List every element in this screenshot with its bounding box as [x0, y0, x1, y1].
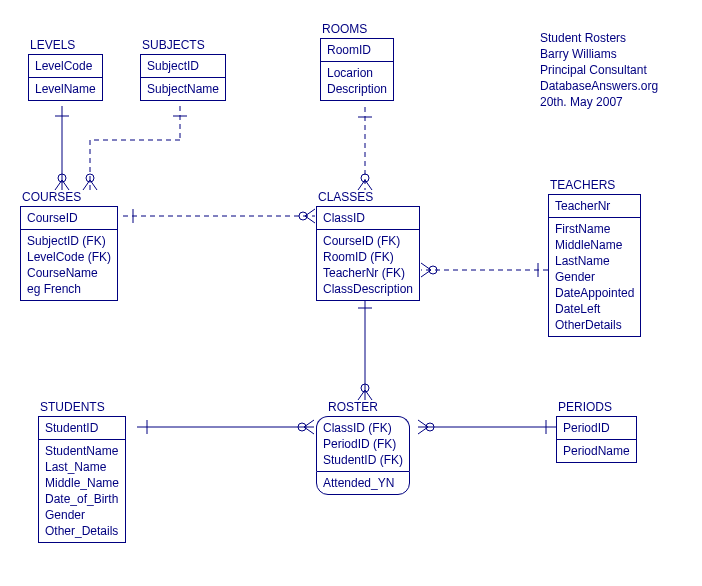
info-title: Student Rosters [540, 30, 658, 46]
roster-pk1: ClassID (FK) [323, 420, 403, 436]
svg-line-29 [304, 427, 314, 434]
svg-line-33 [418, 427, 428, 434]
entity-rooms-title: ROOMS [322, 22, 367, 36]
rooms-attr1: Locarion [327, 65, 387, 81]
svg-line-9 [90, 180, 97, 190]
svg-line-2 [55, 180, 62, 190]
teachers-a7: OtherDetails [555, 317, 634, 333]
rooms-attr2: Description [327, 81, 387, 97]
teachers-a4: Gender [555, 269, 634, 285]
classes-a4: ClassDescription [323, 281, 413, 297]
entity-classes-title: CLASSES [318, 190, 373, 204]
rooms-pk: RoomID [327, 42, 387, 58]
students-pk: StudentID [45, 420, 119, 436]
levels-pk: LevelCode [35, 58, 96, 74]
students-a1: StudentName [45, 443, 119, 459]
entity-levels-title: LEVELS [30, 38, 75, 52]
entity-roster: ClassID (FK) PeriodID (FK) StudentID (FK… [316, 416, 410, 495]
students-a3: Middle_Name [45, 475, 119, 491]
classes-a1: CourseID (FK) [323, 233, 413, 249]
er-diagram: Student Rosters Barry Williams Principal… [0, 0, 702, 586]
levels-attr: LevelName [35, 81, 96, 97]
periods-a1: PeriodName [563, 443, 630, 459]
students-a2: Last_Name [45, 459, 119, 475]
svg-line-17 [305, 216, 315, 223]
subjects-attr: SubjectName [147, 81, 219, 97]
students-a6: Other_Details [45, 523, 119, 539]
entity-levels: LevelCode LevelName [28, 54, 103, 101]
svg-line-13 [365, 180, 372, 190]
courses-pk: CourseID [27, 210, 111, 226]
courses-a1: SubjectID (FK) [27, 233, 111, 249]
entity-subjects: SubjectID SubjectName [140, 54, 226, 101]
teachers-a1: FirstName [555, 221, 634, 237]
courses-a3: CourseName [27, 265, 111, 281]
roster-a1: Attended_YN [323, 475, 403, 491]
entity-courses: CourseID SubjectID (FK) LevelCode (FK) C… [20, 206, 118, 301]
entity-students-title: STUDENTS [40, 400, 105, 414]
svg-line-32 [418, 420, 428, 427]
entity-students: StudentID StudentName Last_Name Middle_N… [38, 416, 126, 543]
svg-line-28 [304, 420, 314, 427]
entity-rooms: RoomID Locarion Description [320, 38, 394, 101]
courses-a2: LevelCode (FK) [27, 249, 111, 265]
courses-a4: eg French [27, 281, 111, 297]
svg-line-8 [83, 180, 90, 190]
svg-line-24 [358, 390, 365, 400]
info-site: DatabaseAnswers.org [540, 78, 658, 94]
teachers-a3: LastName [555, 253, 634, 269]
teachers-a5: DateAppointed [555, 285, 634, 301]
students-a4: Date_of_Birth [45, 491, 119, 507]
classes-pk: ClassID [323, 210, 413, 226]
subjects-pk: SubjectID [147, 58, 219, 74]
teachers-pk: TeacherNr [555, 198, 634, 214]
entity-roster-title: ROSTER [328, 400, 378, 414]
svg-line-12 [358, 180, 365, 190]
roster-pk2: PeriodID (FK) [323, 436, 403, 452]
info-author: Barry Williams [540, 46, 658, 62]
info-date: 20th. May 2007 [540, 94, 658, 110]
svg-line-16 [305, 209, 315, 216]
entity-courses-title: COURSES [22, 190, 81, 204]
svg-line-21 [421, 270, 431, 277]
diagram-info: Student Rosters Barry Williams Principal… [540, 30, 658, 110]
roster-pk3: StudentID (FK) [323, 452, 403, 468]
svg-line-20 [421, 263, 431, 270]
teachers-a6: DateLeft [555, 301, 634, 317]
students-a5: Gender [45, 507, 119, 523]
entity-teachers: TeacherNr FirstName MiddleName LastName … [548, 194, 641, 337]
classes-a3: TeacherNr (FK) [323, 265, 413, 281]
svg-line-25 [365, 390, 372, 400]
svg-line-3 [62, 180, 69, 190]
classes-a2: RoomID (FK) [323, 249, 413, 265]
entity-periods-title: PERIODS [558, 400, 612, 414]
entity-periods: PeriodID PeriodName [556, 416, 637, 463]
entity-classes: ClassID CourseID (FK) RoomID (FK) Teache… [316, 206, 420, 301]
periods-pk: PeriodID [563, 420, 630, 436]
entity-subjects-title: SUBJECTS [142, 38, 205, 52]
entity-teachers-title: TEACHERS [550, 178, 615, 192]
info-role: Principal Consultant [540, 62, 658, 78]
teachers-a2: MiddleName [555, 237, 634, 253]
